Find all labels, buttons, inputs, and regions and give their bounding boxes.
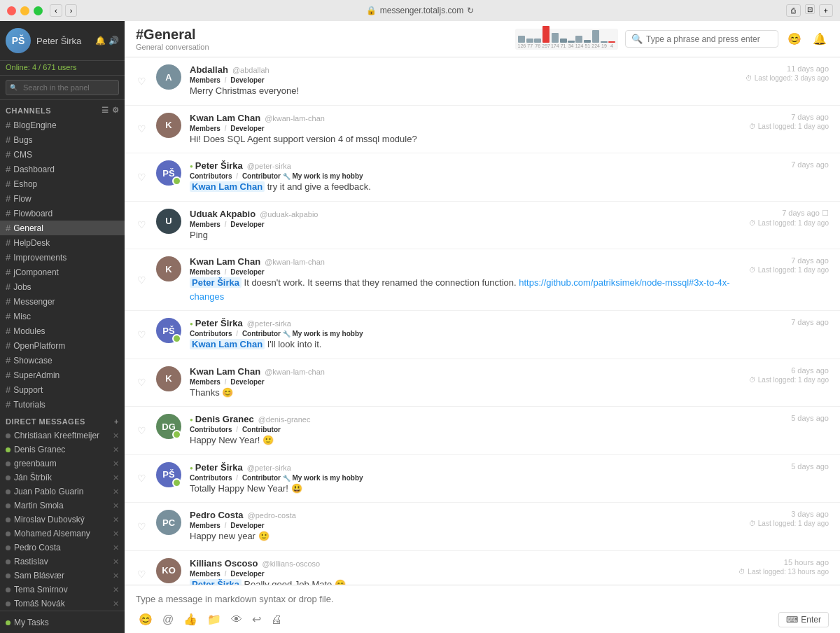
sidebar-item-flowboard[interactable]: # Flowboard ✎ [0, 206, 125, 221]
back-button[interactable]: ‹ [50, 4, 62, 17]
sidebar-item-dashboard[interactable]: # Dashboard ✎ [0, 162, 125, 176]
settings-channel-icon[interactable]: ⚙ [112, 106, 120, 115]
dm-close-icon[interactable]: ✕ [113, 473, 119, 482]
dm-close-icon[interactable]: ✕ [113, 599, 119, 608]
plus-button[interactable]: + [819, 4, 833, 17]
thumbs-up-button[interactable]: 👍 [181, 611, 200, 627]
like-button[interactable]: ♡ [136, 520, 148, 534]
refresh-icon[interactable]: ↻ [467, 6, 474, 15]
sidebar-item-messenger[interactable]: # Messenger ✎ [0, 294, 125, 309]
search-input[interactable] [6, 80, 119, 95]
sidebar-item-support[interactable]: # Support ✎ [0, 382, 125, 397]
forward-button[interactable]: › [65, 4, 78, 17]
sidebar-item-misc[interactable]: # Misc ✎ [0, 309, 125, 324]
sidebar-item-tutorials[interactable]: # Tutorials ✎ [0, 397, 125, 412]
dm-item-mohamed-alsemany[interactable]: Mohamed Alsemany ✕ [0, 527, 125, 541]
activity-col-6: 34 [568, 41, 575, 48]
like-button[interactable]: ♡ [136, 471, 148, 485]
sidebar-item-general[interactable]: # General ✎ [0, 221, 125, 235]
message-author: Abdallah [190, 64, 228, 75]
sidebar-item-jobs[interactable]: # Jobs ✎ [0, 279, 125, 294]
emoji-reactions-button[interactable]: 😊 [785, 30, 804, 48]
sidebar-item-showcase[interactable]: # Showcase ✎ [0, 353, 125, 368]
print-button[interactable]: 🖨 [268, 612, 285, 627]
like-button[interactable]: ♡ [136, 567, 148, 581]
add-channel-icon[interactable]: ☰ [102, 106, 109, 115]
share-button[interactable]: ⎙ [786, 4, 801, 17]
add-dm-icon[interactable]: + [114, 417, 119, 426]
bell-icon[interactable]: 🔔 [95, 36, 106, 46]
dm-close-icon[interactable]: ✕ [113, 501, 119, 510]
dm-close-icon[interactable]: ✕ [113, 459, 119, 468]
dm-item-tomáš-novák[interactable]: Tomáš Novák ✕ [0, 597, 125, 611]
dm-close-icon[interactable]: ✕ [113, 515, 119, 524]
minimize-button[interactable] [20, 6, 29, 15]
activity-bar-label: 297 [542, 43, 550, 48]
send-button[interactable]: ⌨ Enter [778, 612, 829, 627]
message-header: Pedro Costa@pedro-costa [190, 510, 741, 520]
undo-button[interactable]: ↩ [249, 611, 264, 627]
sidebar-item-cms[interactable]: # CMS ✎ [0, 147, 125, 162]
dm-item-pedro-costa[interactable]: Pedro Costa ✕ [0, 541, 125, 555]
dm-close-icon[interactable]: ✕ [113, 529, 119, 538]
dm-close-icon[interactable]: ✕ [113, 487, 119, 496]
dm-close-icon[interactable]: ✕ [113, 431, 119, 440]
message-input[interactable] [136, 591, 829, 607]
dm-name: Martin Smola [14, 501, 64, 510]
dm-name: Denis Granec [14, 445, 65, 454]
message-role: Contributors / Contributor 🔧 My work is … [190, 330, 750, 338]
close-button[interactable] [7, 6, 16, 15]
dm-item-ján-štrbík[interactable]: Ján Štrbík ✕ [0, 471, 125, 485]
maximize-button[interactable] [34, 6, 43, 15]
sidebar-item-bugs[interactable]: # Bugs ✎ [0, 132, 125, 147]
sidebar-item-blogengine[interactable]: # BlogEngine ✎ [0, 118, 125, 132]
mention-button[interactable]: @ [160, 612, 176, 627]
role-group: Members [190, 221, 220, 228]
fullscreen-button[interactable]: ⊡ [805, 4, 815, 14]
like-button[interactable]: ♡ [136, 375, 148, 389]
sidebar-item-openplatform[interactable]: # OpenPlatform ✎ [0, 338, 125, 353]
sidebar-item-flow[interactable]: # Flow ✎ [0, 191, 125, 206]
dm-close-icon[interactable]: ✕ [113, 571, 119, 580]
sidebar-item-jcomponent[interactable]: # jComponent ✎ [0, 265, 125, 279]
dm-item-tema-smirnov[interactable]: Tema Smirnov ✕ [0, 583, 125, 597]
emoji-button[interactable]: 😊 [136, 611, 155, 627]
dm-close-icon[interactable]: ✕ [113, 543, 119, 552]
dm-close-icon[interactable]: ✕ [113, 585, 119, 594]
like-button[interactable]: ♡ [136, 74, 148, 88]
message-row: ♡PŠPeter Širka@peter-sirkaContributors /… [125, 455, 840, 503]
message-body: Abdallah@abdallahMembers / DeveloperMerr… [190, 64, 737, 98]
dm-close-icon[interactable]: ✕ [113, 445, 119, 454]
dm-item-christiaan-kreeftmeijer[interactable]: Christiaan Kreeftmeijer ✕ [0, 429, 125, 443]
activity-col-8: 51 [584, 40, 591, 48]
notifications-button[interactable]: 🔔 [811, 30, 829, 48]
dm-item-rastislav[interactable]: Rastislav ✕ [0, 555, 125, 569]
like-button[interactable]: ♡ [136, 424, 148, 438]
dm-item-miroslav-dubovský[interactable]: Miroslav Dubovský ✕ [0, 513, 125, 527]
sidebar-item-modules[interactable]: # Modules ✎ [0, 324, 125, 338]
like-button[interactable]: ♡ [136, 218, 148, 232]
like-button[interactable]: ♡ [136, 328, 148, 342]
dm-close-icon[interactable]: ✕ [113, 557, 119, 566]
dm-item-martin-smola[interactable]: Martin Smola ✕ [0, 499, 125, 513]
channel-name: Tutorials [13, 400, 46, 410]
like-button[interactable]: ♡ [136, 273, 148, 287]
dm-item-greenbaum[interactable]: greenbaum ✕ [0, 457, 125, 471]
sidebar-item-helpdesk[interactable]: # HelpDesk ✎ [0, 235, 125, 250]
preview-button[interactable]: 👁 [228, 612, 245, 627]
dm-item-denis-granec[interactable]: Denis Granec ✕ [0, 443, 125, 457]
sidebar-item-improvements[interactable]: # Improvements ✎ [0, 250, 125, 265]
activity-col-4: 174 [551, 33, 559, 48]
like-button[interactable]: ♡ [136, 170, 148, 184]
attach-button[interactable]: 📁 [204, 611, 224, 627]
sidebar-item-eshop[interactable]: # Eshop ✎ [0, 176, 125, 191]
sidebar-item-superadmin[interactable]: # SuperAdmin ✎ [0, 368, 125, 382]
dm-item-juan-pablo-guarin[interactable]: Juan Pablo Guarin ✕ [0, 485, 125, 499]
sound-icon[interactable]: 🔊 [108, 36, 119, 46]
dm-status-dot [6, 503, 10, 508]
my-tasks-item[interactable]: My Tasks [6, 615, 119, 629]
dm-item-sam-blásvær[interactable]: Sam Blásvær ✕ [0, 569, 125, 583]
channel-search-input[interactable] [646, 34, 772, 44]
message-link[interactable]: https://github.com/patriksimek/node-mssq… [190, 277, 730, 302]
like-button[interactable]: ♡ [136, 122, 148, 136]
